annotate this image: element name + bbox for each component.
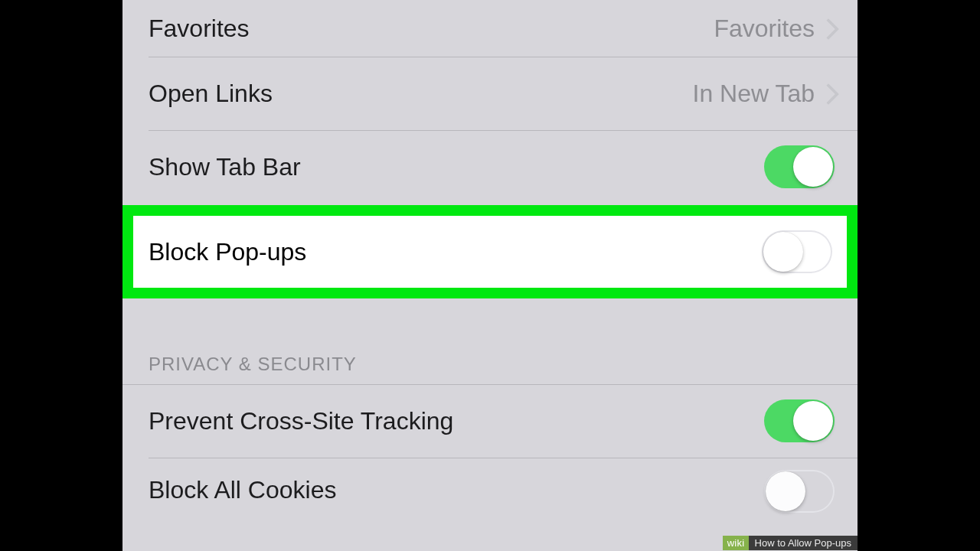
favorites-label: Favorites <box>149 15 250 43</box>
chevron-right-icon <box>824 84 835 103</box>
chevron-right-icon <box>824 19 835 37</box>
show-tab-bar-toggle[interactable] <box>764 145 835 188</box>
open-links-value: In New Tab <box>693 80 815 108</box>
section-header-privacy: PRIVACY & SECURITY <box>122 346 858 384</box>
row-block-popups: Block Pop-ups <box>133 216 847 288</box>
prevent-tracking-label: Prevent Cross-Site Tracking <box>149 407 453 435</box>
row-show-tab-bar: Show Tab Bar <box>122 130 858 204</box>
settings-panel: Favorites Favorites Open Links In New Ta… <box>122 0 858 551</box>
toggle-knob <box>763 232 803 272</box>
toggle-knob <box>766 471 805 511</box>
row-block-cookies: Block All Cookies <box>122 458 858 511</box>
row-prevent-tracking: Prevent Cross-Site Tracking <box>122 384 858 458</box>
prevent-tracking-toggle[interactable] <box>764 399 835 442</box>
toggle-knob <box>793 401 833 441</box>
row-open-links[interactable]: Open Links In New Tab <box>122 57 858 130</box>
block-popups-label: Block Pop-ups <box>149 238 306 266</box>
watermark-brand: wiki <box>723 536 749 550</box>
highlight-frame: Block Pop-ups <box>122 205 858 298</box>
open-links-value-wrap: In New Tab <box>693 80 835 108</box>
favorites-value: Favorites <box>714 15 815 43</box>
block-popups-toggle[interactable] <box>762 230 832 273</box>
toggle-knob <box>793 147 833 187</box>
row-favorites[interactable]: Favorites Favorites <box>122 0 858 57</box>
section-gap <box>122 298 858 346</box>
watermark: wiki How to Allow Pop-ups <box>723 534 858 551</box>
show-tab-bar-label: Show Tab Bar <box>149 153 301 181</box>
watermark-title: How to Allow Pop-ups <box>749 536 858 550</box>
open-links-label: Open Links <box>149 80 273 108</box>
block-cookies-label: Block All Cookies <box>149 476 336 504</box>
block-cookies-toggle[interactable] <box>764 470 835 513</box>
favorites-value-wrap: Favorites <box>714 15 835 43</box>
